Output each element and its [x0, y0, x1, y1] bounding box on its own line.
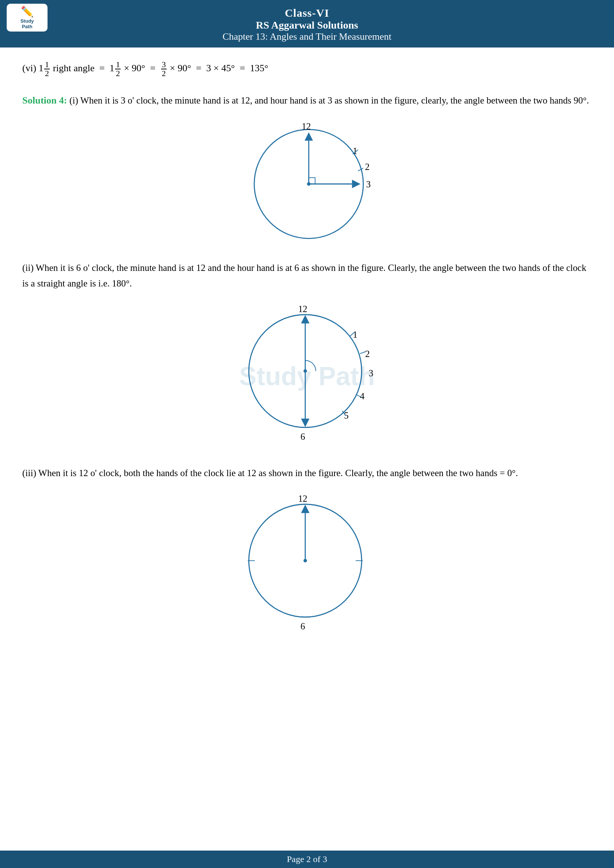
formula-vi: (vi) 112 right angle = 112 × 90° = 32 × … — [22, 59, 592, 78]
svg-text:3: 3 — [366, 179, 371, 189]
page-header: ✏️ Study Path Class-VI RS Aggarwal Solut… — [0, 0, 614, 48]
svg-text:12: 12 — [298, 494, 307, 504]
svg-text:5: 5 — [344, 411, 349, 420]
header-class: Class-VI — [4, 7, 610, 19]
svg-text:12: 12 — [302, 121, 311, 131]
solution4-part-ii: (ii) When it is 6 o' clock, the minute h… — [22, 260, 592, 291]
header-chapter: Chapter 13: Angles and Their Measurement — [4, 31, 610, 42]
clock-svg-1: 12 3 1 2 — [240, 115, 374, 249]
solution4-part-iii: (iii) When it is 12 o' clock, both the h… — [22, 465, 592, 480]
svg-text:4: 4 — [360, 391, 364, 401]
clock-svg-2: 12 6 1 2 3 4 5 — [236, 298, 378, 454]
page-footer: Page 2 of 3 — [0, 851, 614, 868]
svg-text:3: 3 — [369, 368, 373, 378]
solution4-intro: Solution 4: (i) When it is 3 o' clock, t… — [22, 93, 592, 108]
main-content: (vi) 112 right angle = 112 × 90° = 32 × … — [0, 48, 614, 666]
clock-diagram-2: Study Path 12 6 1 — [22, 298, 592, 454]
solution4-part-i: (i) When it is 3 o' clock, the minute ha… — [67, 95, 589, 105]
svg-text:2: 2 — [365, 349, 370, 359]
svg-text:2: 2 — [365, 162, 369, 172]
svg-line-23 — [360, 352, 366, 353]
logo: ✏️ Study Path — [7, 4, 48, 31]
clock-diagram-3: 12 6 — [22, 488, 592, 644]
logo-text: ✏️ Study Path — [20, 6, 34, 30]
svg-text:1: 1 — [353, 329, 358, 339]
clock-diagram-1: 12 3 1 2 — [22, 115, 592, 249]
page-number: Page 2 of 3 — [287, 854, 327, 864]
svg-text:6: 6 — [300, 621, 305, 631]
solution4-label: Solution 4: — [22, 95, 67, 106]
svg-text:12: 12 — [298, 304, 307, 314]
clock-svg-3: 12 6 — [236, 488, 378, 644]
svg-text:6: 6 — [300, 432, 305, 442]
header-subtitle: RS Aggarwal Solutions — [4, 19, 610, 31]
formula-vi-text: (vi) 112 right angle = 112 × 90° = 32 × … — [22, 59, 268, 78]
